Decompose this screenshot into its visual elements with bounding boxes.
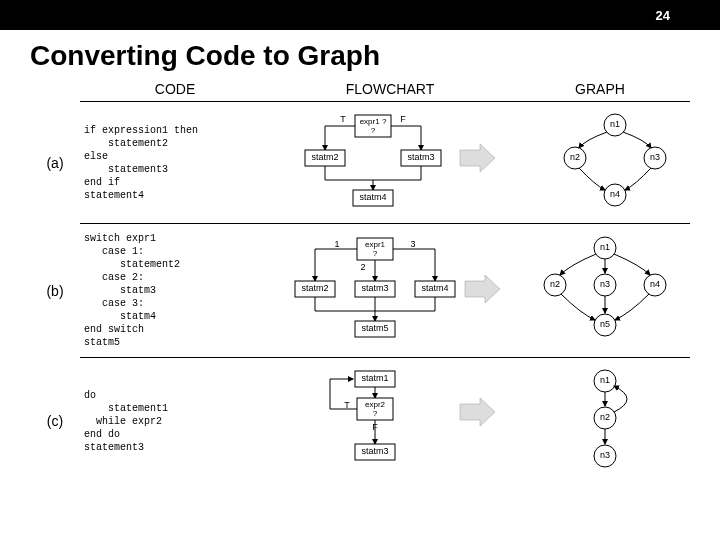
svg-text:n3: n3 xyxy=(650,152,660,162)
row-label: (b) xyxy=(30,224,80,358)
flowchart-c: statm1 expr2? T F statm3 xyxy=(275,366,505,476)
svg-text:statm2: statm2 xyxy=(301,283,328,293)
slide-title: Converting Code to Graph xyxy=(0,30,720,77)
svg-text:statm3: statm3 xyxy=(361,446,388,456)
header-graph: GRAPH xyxy=(510,77,690,102)
flowchart-cell: expr1? 1 2 3 statm2 statm3 statm4 statm5 xyxy=(270,224,510,358)
slide-number-bar: 24 xyxy=(0,0,720,30)
svg-text:?: ? xyxy=(373,409,378,418)
graph-a: n1 n2 n3 n4 xyxy=(515,110,685,215)
flowchart-cell: expr1 ? ? T F statm2 statm3 statm4 xyxy=(270,102,510,224)
arrow-icon xyxy=(460,144,495,172)
svg-text:n4: n4 xyxy=(650,279,660,289)
header-flowchart: FLOWCHART xyxy=(270,77,510,102)
graph-b: n1 n2 n3 n4 n5 xyxy=(515,233,685,348)
code-cell: switch expr1 case 1: statement2 case 2: … xyxy=(80,224,270,358)
flowchart-a: expr1 ? ? T F statm2 statm3 statm4 xyxy=(275,110,505,215)
svg-text:statm5: statm5 xyxy=(361,323,388,333)
svg-text:n3: n3 xyxy=(600,450,610,460)
svg-text:statm3: statm3 xyxy=(407,152,434,162)
graph-cell: n1 n2 n3 xyxy=(510,358,690,485)
svg-text:n1: n1 xyxy=(610,119,620,129)
row-label: (c) xyxy=(30,358,80,485)
page-number: 24 xyxy=(656,8,670,23)
flowchart-b: expr1? 1 2 3 statm2 statm3 statm4 statm5 xyxy=(275,233,505,348)
svg-text:statm2: statm2 xyxy=(311,152,338,162)
code-listing: do statement1 while expr2 end do stateme… xyxy=(84,389,266,454)
graph-cell: n1 n2 n3 n4 xyxy=(510,102,690,224)
svg-text:expr1
?: expr1 ? xyxy=(360,117,387,126)
svg-text:statm3: statm3 xyxy=(361,283,388,293)
svg-text:n2: n2 xyxy=(550,279,560,289)
table-row: (b) switch expr1 case 1: statement2 case… xyxy=(30,224,690,358)
svg-text:1: 1 xyxy=(334,239,339,249)
svg-text:n1: n1 xyxy=(600,242,610,252)
svg-text:statm4: statm4 xyxy=(359,192,386,202)
svg-text:F: F xyxy=(400,114,406,124)
arrow-icon xyxy=(465,275,500,303)
svg-text:?: ? xyxy=(373,249,378,258)
header-code: CODE xyxy=(80,77,270,102)
svg-text:n5: n5 xyxy=(600,319,610,329)
code-listing: if expression1 then statement2 else stat… xyxy=(84,124,266,202)
table-row: (a) if expression1 then statement2 else … xyxy=(30,102,690,224)
svg-text:n2: n2 xyxy=(600,412,610,422)
code-cell: if expression1 then statement2 else stat… xyxy=(80,102,270,224)
svg-text:statm1: statm1 xyxy=(361,373,388,383)
graph-c: n1 n2 n3 xyxy=(515,366,685,476)
content-table: CODE FLOWCHART GRAPH (a) if expression1 … xyxy=(0,77,720,484)
flowchart-cell: statm1 expr2? T F statm3 xyxy=(270,358,510,485)
arrow-icon xyxy=(460,398,495,426)
svg-text:expr2: expr2 xyxy=(365,400,386,409)
svg-text:n2: n2 xyxy=(570,152,580,162)
svg-text:expr1: expr1 xyxy=(365,240,386,249)
graph-cell: n1 n2 n3 n4 n5 xyxy=(510,224,690,358)
header-blank xyxy=(30,77,80,102)
table-row: (c) do statement1 while expr2 end do sta… xyxy=(30,358,690,485)
svg-text:statm4: statm4 xyxy=(421,283,448,293)
svg-text:n3: n3 xyxy=(600,279,610,289)
code-cell: do statement1 while expr2 end do stateme… xyxy=(80,358,270,485)
svg-text:n4: n4 xyxy=(610,189,620,199)
svg-text:T: T xyxy=(340,114,346,124)
code-listing: switch expr1 case 1: statement2 case 2: … xyxy=(84,232,266,349)
svg-text:3: 3 xyxy=(410,239,415,249)
svg-text:?: ? xyxy=(371,126,376,135)
row-label: (a) xyxy=(30,102,80,224)
svg-text:2: 2 xyxy=(360,262,365,272)
svg-text:n1: n1 xyxy=(600,375,610,385)
